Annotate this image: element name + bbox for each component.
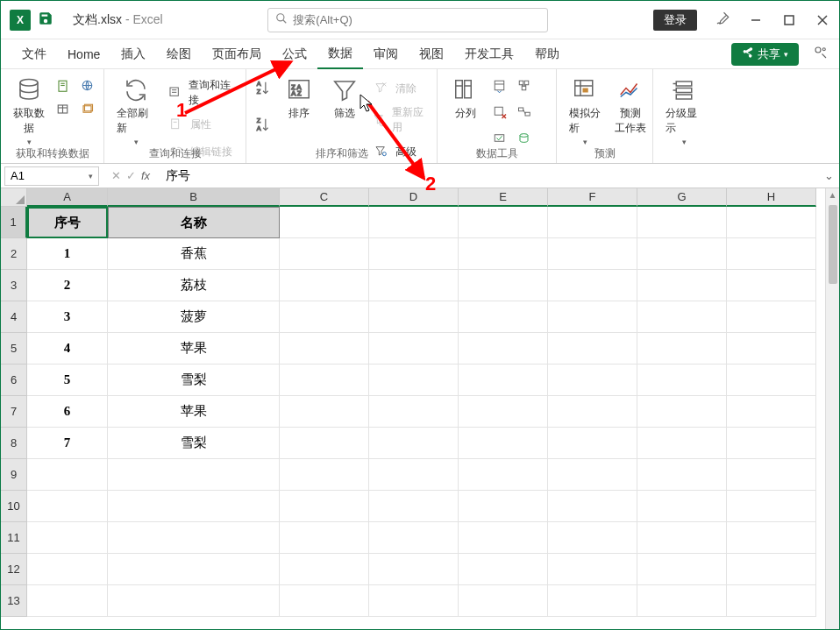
cell[interactable]: [280, 459, 369, 491]
cell[interactable]: [727, 333, 816, 365]
cell[interactable]: [369, 270, 459, 301]
cell[interactable]: [727, 396, 816, 428]
row-header[interactable]: 11: [1, 522, 27, 554]
cell[interactable]: [27, 459, 108, 491]
from-text-icon[interactable]: [53, 76, 75, 97]
cell[interactable]: [369, 459, 459, 491]
cell[interactable]: [459, 491, 548, 522]
cell[interactable]: [727, 238, 816, 270]
cell[interactable]: [548, 365, 637, 396]
cell[interactable]: 荔枝: [108, 270, 280, 301]
vertical-scrollbar[interactable]: ▲: [825, 188, 839, 629]
cell[interactable]: [727, 459, 816, 491]
row-header[interactable]: 10: [1, 491, 27, 522]
cell[interactable]: [280, 585, 369, 617]
cell[interactable]: [27, 585, 108, 617]
refresh-all-button[interactable]: 全部刷新 ▾: [111, 73, 160, 150]
scrollbar-thumb[interactable]: [829, 205, 837, 284]
cell[interactable]: [637, 238, 727, 270]
cell[interactable]: [27, 554, 108, 585]
column-header[interactable]: F: [548, 188, 637, 207]
spreadsheet-grid[interactable]: ABCDEFGH1序号名称21香蕉32荔枝43菠萝54苹果65雪梨76苹果87雪…: [1, 188, 825, 629]
column-header[interactable]: A: [27, 188, 108, 207]
cell[interactable]: [727, 365, 816, 396]
cell[interactable]: [280, 365, 369, 396]
cell[interactable]: [369, 207, 459, 238]
share-button[interactable]: 共享 ▾: [731, 43, 799, 66]
cell[interactable]: [369, 585, 459, 617]
cell[interactable]: [548, 396, 637, 428]
column-header[interactable]: H: [727, 188, 816, 207]
cell[interactable]: [637, 459, 727, 491]
name-box[interactable]: A1 ▾: [4, 166, 99, 186]
cell[interactable]: [548, 270, 637, 301]
row-header[interactable]: 8: [1, 428, 27, 459]
search-input[interactable]: [293, 13, 540, 26]
cell[interactable]: [369, 428, 459, 459]
cell[interactable]: [459, 396, 548, 428]
cell[interactable]: [727, 207, 816, 238]
tab-formulas[interactable]: 公式: [272, 40, 317, 68]
scroll-up-icon[interactable]: ▲: [829, 190, 837, 200]
cell[interactable]: [108, 522, 280, 554]
row-header[interactable]: 13: [1, 585, 27, 617]
fx-icon[interactable]: fx: [141, 169, 150, 182]
row-header[interactable]: 3: [1, 270, 27, 301]
cell[interactable]: 3: [27, 301, 108, 333]
save-icon[interactable]: [38, 11, 53, 29]
cell[interactable]: [108, 459, 280, 491]
from-table-icon[interactable]: [53, 100, 75, 121]
cell[interactable]: [108, 554, 280, 585]
cell[interactable]: [369, 522, 459, 554]
outline-button[interactable]: 分级显示 ▾: [660, 73, 708, 150]
cell[interactable]: [727, 428, 816, 459]
cell[interactable]: [548, 207, 637, 238]
brush-icon[interactable]: [715, 11, 730, 29]
cell[interactable]: 5: [27, 365, 108, 396]
tab-help[interactable]: 帮助: [524, 40, 570, 68]
cell[interactable]: 香蕉: [108, 238, 280, 270]
flash-fill-icon[interactable]: [490, 76, 511, 97]
what-if-button[interactable]: 模拟分析 ▾: [564, 73, 606, 150]
cell[interactable]: [637, 207, 727, 238]
cell[interactable]: [369, 238, 459, 270]
cell[interactable]: [459, 238, 548, 270]
cell[interactable]: [459, 459, 548, 491]
row-header[interactable]: 5: [1, 333, 27, 365]
row-header[interactable]: 9: [1, 459, 27, 491]
cell[interactable]: [548, 301, 637, 333]
cell[interactable]: [727, 522, 816, 554]
remove-duplicates-icon[interactable]: [490, 103, 511, 124]
cell[interactable]: [548, 554, 637, 585]
cell[interactable]: [280, 207, 369, 238]
row-header[interactable]: 1: [1, 207, 27, 238]
cell[interactable]: [459, 585, 548, 617]
cell[interactable]: 序号: [27, 207, 108, 238]
cell[interactable]: [280, 270, 369, 301]
sort-button[interactable]: Z AA Z 排序: [278, 73, 320, 124]
column-header[interactable]: C: [280, 188, 369, 207]
cell[interactable]: [369, 365, 459, 396]
row-header[interactable]: 6: [1, 365, 27, 396]
cell[interactable]: 名称: [108, 207, 280, 238]
cell[interactable]: 苹果: [108, 333, 280, 365]
relationships-icon[interactable]: [515, 103, 536, 124]
cell[interactable]: 苹果: [108, 396, 280, 428]
cell[interactable]: [459, 428, 548, 459]
minimize-button[interactable]: [748, 12, 764, 28]
cell[interactable]: 4: [27, 333, 108, 365]
cell[interactable]: 7: [27, 428, 108, 459]
tab-data[interactable]: 数据: [317, 39, 363, 69]
consolidate-icon[interactable]: [515, 76, 536, 97]
cell[interactable]: [548, 428, 637, 459]
cell[interactable]: [637, 396, 727, 428]
select-all-button[interactable]: [1, 188, 27, 207]
cell[interactable]: [637, 333, 727, 365]
cell[interactable]: [637, 301, 727, 333]
cell[interactable]: [108, 585, 280, 617]
cell[interactable]: [280, 301, 369, 333]
cell[interactable]: [459, 554, 548, 585]
row-header[interactable]: 12: [1, 554, 27, 585]
cell[interactable]: [727, 301, 816, 333]
cell[interactable]: [548, 238, 637, 270]
